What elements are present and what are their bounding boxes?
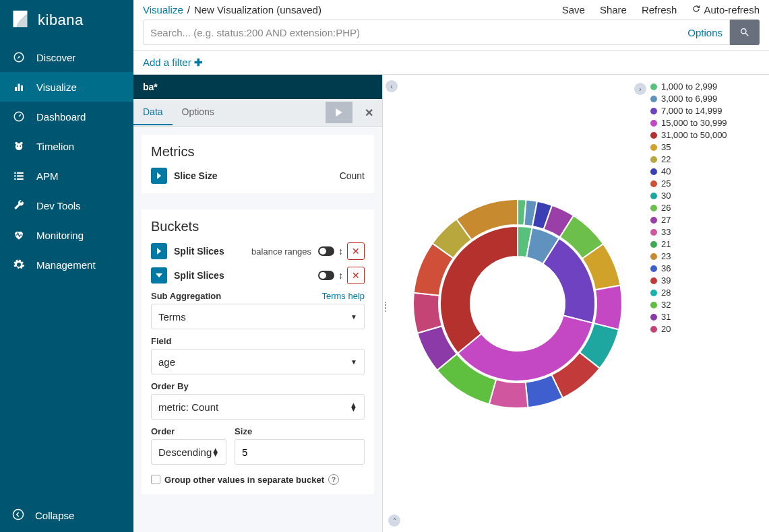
legend-item[interactable]: 21 xyxy=(650,239,727,249)
legend-item[interactable]: 3,000 to 6,999 xyxy=(650,94,727,104)
resize-handle-icon[interactable]: ⋮⋮ xyxy=(381,304,390,309)
legend-dot-icon xyxy=(650,277,657,284)
legend-item[interactable]: 22 xyxy=(650,154,727,164)
svg-rect-14 xyxy=(14,178,16,180)
legend-item[interactable]: 23 xyxy=(650,251,727,261)
order-label: Order xyxy=(151,426,175,436)
brand-logo[interactable]: kibana xyxy=(0,0,133,42)
orderby-select[interactable]: metric: Count ▲▼ xyxy=(151,394,365,420)
kibana-logo-icon xyxy=(11,9,30,30)
nav-label: Dashboard xyxy=(36,111,86,123)
legend-dot-icon xyxy=(650,290,657,296)
legend-item[interactable]: 33 xyxy=(650,227,727,237)
auto-refresh-button[interactable]: Auto-refresh xyxy=(691,4,760,15)
bucket-caption: balance ranges xyxy=(251,246,311,257)
group-other-checkbox[interactable] xyxy=(151,475,160,484)
bucket-expand-button[interactable] xyxy=(151,243,167,259)
save-button[interactable]: Save xyxy=(562,4,585,15)
metric-expand-button[interactable] xyxy=(151,168,167,184)
legend-item[interactable]: 15,000 to 30,999 xyxy=(650,118,727,128)
legend-dot-icon xyxy=(650,217,657,224)
sidebar-item-discover[interactable]: Discover xyxy=(0,42,133,72)
apply-changes-button[interactable] xyxy=(326,102,352,123)
legend-item[interactable]: 36 xyxy=(650,263,727,273)
legend-label: 7,000 to 14,999 xyxy=(661,106,722,116)
caret-down-icon: ▼ xyxy=(350,313,357,321)
bucket-row: Split Slices balance ranges ↕ ✕ xyxy=(151,242,365,260)
order-select[interactable]: Descending ▲▼ xyxy=(151,439,226,465)
sunburst-chart[interactable] xyxy=(400,75,634,532)
refresh-button[interactable]: Refresh xyxy=(642,4,677,15)
svg-rect-13 xyxy=(17,175,24,176)
legend-collapse-button[interactable]: › xyxy=(634,83,646,95)
size-input[interactable] xyxy=(235,439,365,465)
delete-bucket-button[interactable]: ✕ xyxy=(347,267,365,284)
collapse-button[interactable]: Collapse xyxy=(0,499,133,532)
legend-item[interactable]: 31 xyxy=(650,312,727,322)
legend-item[interactable]: 32 xyxy=(650,300,727,310)
legend-item[interactable]: 30 xyxy=(650,191,727,201)
share-button[interactable]: Share xyxy=(600,4,627,15)
bucket-collapse-button[interactable] xyxy=(151,267,167,284)
legend-item[interactable]: 7,000 to 14,999 xyxy=(650,106,727,116)
legend-dot-icon xyxy=(650,132,657,139)
chevron-left-icon: ‹ xyxy=(390,83,392,90)
tab-data[interactable]: Data xyxy=(133,100,173,125)
field-select[interactable]: age ▼ xyxy=(151,349,365,374)
bucket-toggle[interactable] xyxy=(318,246,334,256)
search-button[interactable] xyxy=(730,20,760,45)
subagg-select[interactable]: Terms ▼ xyxy=(151,304,365,329)
legend-label: 27 xyxy=(661,215,671,225)
legend-item[interactable]: 26 xyxy=(650,203,727,213)
legend-item[interactable]: 39 xyxy=(650,275,727,286)
scroll-up-button[interactable]: ˄ xyxy=(388,514,400,527)
svg-point-7 xyxy=(16,143,23,151)
nav-label: Monitoring xyxy=(36,230,84,241)
legend-label: 40 xyxy=(661,166,671,176)
delete-bucket-button[interactable]: ✕ xyxy=(347,242,365,260)
legend-item[interactable]: 28 xyxy=(650,288,727,298)
legend-item[interactable]: 31,000 to 50,000 xyxy=(650,130,727,140)
search-options-link[interactable]: Options xyxy=(687,27,722,38)
terms-help-link[interactable]: Terms help xyxy=(321,291,365,301)
nav-label: Visualize xyxy=(36,81,77,93)
field-label: Field xyxy=(151,336,171,346)
search-input[interactable]: Search... (e.g. status:200 AND extension… xyxy=(143,20,730,45)
add-filter-button[interactable]: Add a filter ✚ xyxy=(143,57,203,68)
index-pattern-title[interactable]: ba* xyxy=(133,75,382,99)
legend-item[interactable]: 27 xyxy=(650,215,727,225)
sidebar-item-timelion[interactable]: Timelion xyxy=(0,131,133,161)
bucket-toggle[interactable] xyxy=(318,271,334,280)
legend-label: 32 xyxy=(661,300,671,310)
brand-name: kibana xyxy=(38,11,84,29)
legend-item[interactable]: 1,000 to 2,999 xyxy=(650,81,727,92)
drag-handle-icon[interactable]: ↕ xyxy=(338,270,343,281)
sidebar-item-monitoring[interactable]: Monitoring xyxy=(0,220,133,250)
bucket-label: Split Slices xyxy=(174,270,311,281)
sidebar-item-visualize[interactable]: Visualize xyxy=(0,72,133,102)
gear-icon xyxy=(12,258,26,271)
svg-rect-3 xyxy=(21,86,23,91)
legend-dot-icon xyxy=(650,241,657,248)
help-icon[interactable]: ? xyxy=(328,474,339,485)
legend-dot-icon xyxy=(650,84,657,90)
legend-item[interactable]: 25 xyxy=(650,178,727,189)
size-label: Size xyxy=(235,426,252,436)
close-icon: ✕ xyxy=(352,246,360,257)
viz-nav-left-button[interactable]: ‹ xyxy=(386,80,398,92)
tab-options[interactable]: Options xyxy=(173,100,224,125)
sidebar-item-management[interactable]: Management xyxy=(0,250,133,279)
sidebar-item-dashboard[interactable]: Dashboard xyxy=(0,102,133,131)
discard-changes-button[interactable]: ✕ xyxy=(355,99,382,126)
drag-handle-icon[interactable]: ↕ xyxy=(338,246,343,257)
sidebar-item-dev-tools[interactable]: Dev Tools xyxy=(0,191,133,220)
sidebar-item-apm[interactable]: APM xyxy=(0,161,133,191)
legend-item[interactable]: 40 xyxy=(650,166,727,176)
legend-item[interactable]: 35 xyxy=(650,142,727,152)
bucket-label: Split Slices xyxy=(174,246,245,257)
breadcrumb-root[interactable]: Visualize xyxy=(143,4,183,15)
chevron-right-icon xyxy=(156,248,162,255)
legend-dot-icon xyxy=(650,302,657,308)
legend-item[interactable]: 20 xyxy=(650,324,727,334)
viz-panel: ⋮⋮ ‹ › 1,000 to 2,9993,000 to 6,9997,000… xyxy=(383,75,769,532)
